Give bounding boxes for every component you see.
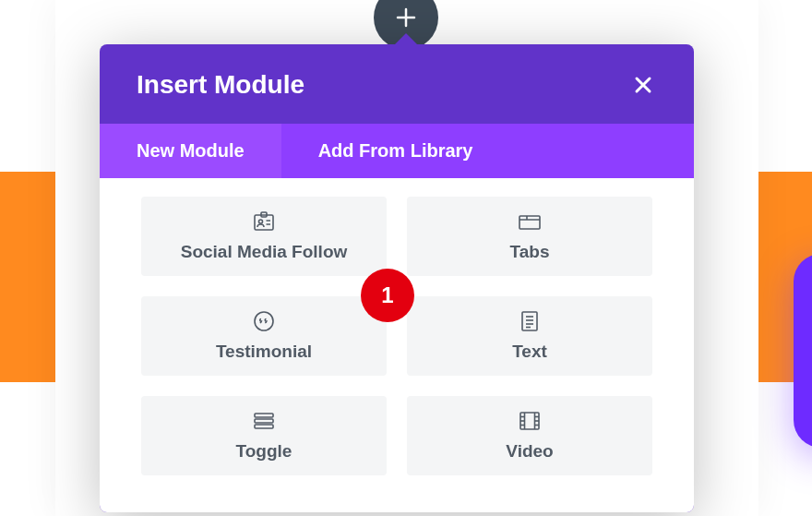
modal-title: Insert Module xyxy=(137,70,304,100)
text-document-icon xyxy=(520,310,539,332)
svg-point-2 xyxy=(259,220,263,223)
quote-icon xyxy=(253,310,275,332)
svg-rect-14 xyxy=(255,414,273,417)
toggle-stack-icon xyxy=(252,410,276,432)
svg-rect-15 xyxy=(255,419,273,423)
module-social-media-follow[interactable]: Social Media Follow xyxy=(141,197,387,276)
film-icon xyxy=(519,410,541,432)
modal-header: Insert Module xyxy=(100,44,694,124)
right-side-floating-panel[interactable] xyxy=(794,254,812,448)
module-tabs[interactable]: Tabs xyxy=(407,197,652,276)
svg-rect-5 xyxy=(519,216,540,229)
close-icon xyxy=(633,75,653,95)
tab-add-from-library[interactable]: Add From Library xyxy=(281,124,510,178)
plus-icon xyxy=(396,7,416,28)
module-label: Toggle xyxy=(236,441,293,462)
module-grid: Social Media Follow Tabs Testimonial xyxy=(100,178,694,512)
module-label: Testimonial xyxy=(216,342,312,362)
modal-tabs: New Module Add From Library xyxy=(100,124,694,178)
svg-point-8 xyxy=(255,312,273,330)
modal-pointer-triangle xyxy=(393,33,419,46)
module-label: Video xyxy=(506,441,553,462)
module-toggle[interactable]: Toggle xyxy=(141,396,387,475)
tabs-icon xyxy=(518,210,542,233)
module-video[interactable]: Video xyxy=(407,396,652,475)
close-button[interactable] xyxy=(629,71,657,99)
module-label: Social Media Follow xyxy=(181,242,348,262)
tab-new-module[interactable]: New Module xyxy=(100,124,281,178)
module-text[interactable]: Text xyxy=(407,296,652,376)
insert-module-modal: Insert Module New Module Add From Librar… xyxy=(100,44,694,512)
module-testimonial[interactable]: Testimonial 1 xyxy=(141,296,387,376)
module-label: Tabs xyxy=(510,242,550,262)
id-badge-icon xyxy=(253,210,275,233)
module-label: Text xyxy=(512,342,547,362)
annotation-badge-1: 1 xyxy=(361,269,414,322)
svg-rect-16 xyxy=(255,425,273,428)
